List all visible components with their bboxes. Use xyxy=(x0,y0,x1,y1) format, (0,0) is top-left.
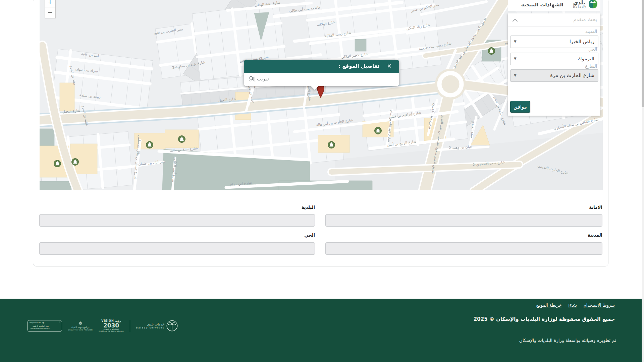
footer-link-sitemap[interactable]: خريطة الموقع xyxy=(536,303,562,308)
qol-name-ar: برنامج جودة الحياة xyxy=(68,326,93,329)
mosque-icon xyxy=(178,136,185,143)
map-zoom-control: + − xyxy=(45,0,56,18)
popup-body: تقريب إلى xyxy=(244,73,399,86)
zoom-in-magnifier-icon xyxy=(249,76,254,81)
footer-links: خريطة الموقع RSS شروط الاستخدام xyxy=(536,303,615,308)
location-details-popup: تفاصيل الموقع : ✕ تقريب إلى xyxy=(244,60,399,86)
page-title: الشهادات الصحية xyxy=(521,2,564,8)
city-select[interactable]: ▼ رياض الخبرا xyxy=(510,36,598,48)
badge-corner-mark: ۞ xyxy=(59,321,60,323)
caret-down-icon: ▼ xyxy=(514,40,517,43)
footer-logos: Registered at ⚜ هيئة الحكومة الرقمية Dig… xyxy=(28,319,178,332)
badge-authority-ar: هيئة الحكومة الرقمية xyxy=(33,325,49,327)
zoom-in-button[interactable]: + xyxy=(45,0,56,7)
street-select[interactable]: ▼ شارع الحارث بن مرة xyxy=(510,69,598,82)
advanced-search-title: بحث متقدم xyxy=(573,16,597,22)
mosque-icon xyxy=(72,159,79,166)
form-label-district: الحي xyxy=(304,233,315,238)
mosque-icon xyxy=(328,141,335,148)
close-icon[interactable]: ✕ xyxy=(387,63,392,69)
palm-emblem-icon xyxy=(588,0,598,9)
zoom-out-button[interactable]: − xyxy=(45,7,56,18)
amanah-field[interactable] xyxy=(325,214,602,227)
digital-government-authority-badge: Registered at ⚜ هيئة الحكومة الرقمية Dig… xyxy=(28,320,62,332)
mosque-icon xyxy=(488,48,495,55)
street-select-value: شارع الحارث بن مرة xyxy=(550,72,594,78)
caret-down-icon: ▼ xyxy=(514,73,517,77)
form-label-amanah: الامانة xyxy=(589,205,602,210)
form-label-municipality: البلدية xyxy=(302,205,315,210)
balady-services-en: balady services xyxy=(136,326,165,329)
popup-title: تفاصيل الموقع : xyxy=(338,63,380,69)
zoom-to-link[interactable]: تقريب إلى xyxy=(249,76,269,81)
badge-authority-en: Digital Government Authority xyxy=(31,327,50,329)
qol-name-en: QUALITY OF LIFE PROGRAM xyxy=(68,329,93,331)
district-select-value: اليرموك xyxy=(578,56,594,62)
scrollbar-thumb[interactable] xyxy=(642,0,644,107)
brand-name-en: balady xyxy=(573,5,587,8)
chevron-up-icon[interactable] xyxy=(513,19,518,24)
district-field[interactable] xyxy=(39,242,315,255)
city-label: المدينة xyxy=(585,29,597,34)
badge-registered-at: Registered at xyxy=(30,321,41,323)
quality-of-life-logo: ❁ برنامج جودة الحياة QUALITY OF LIFE PRO… xyxy=(68,321,93,331)
balady-services-ar: خدمات بلدي xyxy=(136,322,165,326)
popup-header: تفاصيل الموقع : ✕ xyxy=(244,60,399,73)
palm-emblem-icon xyxy=(166,320,178,332)
vision-2030-logo: VISION رؤية 2030 المملكة العربية السعودي… xyxy=(99,319,124,332)
street-label: الشارع xyxy=(585,64,597,69)
district-select[interactable]: ▼ اليرموك xyxy=(510,53,598,65)
brand-name-ar: بلدي xyxy=(573,0,587,5)
ok-button[interactable]: موافق xyxy=(510,101,530,113)
popup-tail xyxy=(311,86,318,94)
footer-link-terms[interactable]: شروط الاستخدام xyxy=(584,303,615,308)
dga-emblem-icon: ⚜ xyxy=(42,321,45,324)
balady-services-logo: خدمات بلدي balady services xyxy=(136,320,178,332)
page-footer: خريطة الموقع RSS شروط الاستخدام جميع الح… xyxy=(0,299,644,362)
mosque-icon xyxy=(146,141,153,148)
footer-copyright: جميع الحقوق محفوظة لوزارة البلديات والإس… xyxy=(474,316,615,322)
qol-emblem-icon: ❁ xyxy=(68,321,93,326)
scrollbar-track[interactable] xyxy=(642,0,644,362)
advanced-search-panel: بحث متقدم المدينة ▼ رياض الخبرا الحي ▼ ا… xyxy=(508,13,600,116)
form-label-city: المدينة xyxy=(588,233,602,238)
footer-developed-by: تم تطويره وصيانته بواسطة وزارة البلديات … xyxy=(519,338,616,343)
vision-country-en: KINGDOM OF SAUDI ARABIA xyxy=(99,330,124,333)
footer-logo-divider xyxy=(130,320,130,332)
municipality-field[interactable] xyxy=(39,214,315,227)
mosque-icon xyxy=(54,160,61,167)
mosque-icon xyxy=(375,127,382,134)
panel-divider xyxy=(508,26,600,27)
footer-link-rss[interactable]: RSS xyxy=(568,303,577,308)
city-select-value: رياض الخبرا xyxy=(570,39,594,45)
balady-logo: بلدي balady xyxy=(573,0,598,9)
district-label: الحي xyxy=(588,47,597,52)
page-header: الشهادات الصحية بلدي balady xyxy=(508,0,600,11)
caret-down-icon: ▼ xyxy=(514,57,517,60)
city-field[interactable] xyxy=(325,242,602,255)
